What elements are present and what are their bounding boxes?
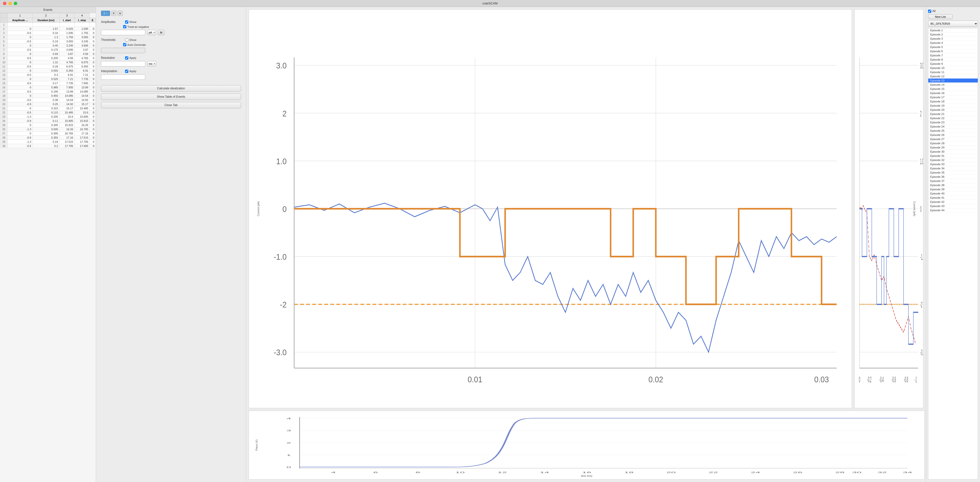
list-item[interactable]: Episode 29 [928,145,978,150]
list-item[interactable]: Episode 19 [928,103,978,108]
amplitudes-m-button[interactable]: M [158,30,164,35]
list-item[interactable]: Episode 21 [928,112,978,116]
interpolation-apply-checkbox[interactable] [125,70,128,73]
amplitudes-show-checkbox[interactable] [125,21,128,24]
amplitudes-unit-wrapper: pA [147,30,156,35]
interpolation-input[interactable]: 5 [101,74,145,80]
list-item[interactable]: Episode 3 [928,37,978,41]
resolution-apply-checkbox[interactable] [125,56,128,60]
list-item[interactable]: Episode 4 [928,41,978,45]
treat-negative-checkbox[interactable] [123,25,126,28]
table-cell: 14.54 [59,98,74,102]
list-item[interactable]: Episode 11 [928,70,978,74]
table-cell: 0 [90,81,96,86]
list-item[interactable]: Episode 40 [928,191,978,196]
show-table-events-button[interactable]: Show Table of Events [101,94,241,100]
tab-1-label: 1 [103,11,105,15]
list-item[interactable]: Episode 16 [928,91,978,95]
treat-negative-label[interactable]: Treat as negative [123,25,149,28]
table-cell: 3.87 [59,52,74,56]
resolution-apply-checkbox-label[interactable]: Apply [125,56,137,60]
list-item[interactable]: Episode 41 [928,196,978,200]
list-item[interactable]: Episode 24 [928,124,978,129]
table-cell: 7.735 [74,77,89,81]
all-episodes-checkbox[interactable] [928,10,931,13]
list-item[interactable]: Episode 32 [928,158,978,162]
controls-panel: 1 × × + Amplitudes Show Tre [96,7,246,482]
close-tab-button[interactable]: Close Tab [101,102,241,108]
table-cell: 16.765 [59,132,74,136]
table-cell: 0.38 [32,98,59,102]
table-cell: 13.89 [74,86,89,90]
list-item[interactable]: Episode 14 [928,83,978,87]
list-item[interactable]: Episode 5 [928,45,978,49]
svg-text:3: 3 [286,429,291,432]
list-item[interactable]: Episode 36 [928,175,978,179]
auto-generate-checkbox[interactable] [123,43,126,46]
tab-1-button[interactable]: 1 × [101,11,110,16]
table-row: 28-0.90.35517.1617.5150 [0,136,96,140]
list-item[interactable]: Episode 6 [928,49,978,53]
list-item[interactable]: Episode 34 [928,166,978,170]
list-item[interactable]: Episode 20 [928,108,978,112]
list-item[interactable]: Episode 23 [928,120,978,124]
amplitudes-input[interactable]: 0.5 .9 1.3 1.9 [101,30,145,35]
list-item[interactable]: Episode 30 [928,150,978,154]
close-window-button[interactable] [3,2,6,5]
calculate-idealization-button[interactable]: Calculate idealization [101,85,241,92]
events-table: 1 2 3 4 Amplitude ... Duration [ms] t_st… [0,13,96,148]
minimize-window-button[interactable] [8,2,12,5]
list-item[interactable]: Episode 35 [928,170,978,175]
list-item[interactable]: Episode 7 [928,53,978,57]
list-item[interactable]: Episode 10 [928,66,978,70]
list-item[interactable]: Episode 17 [928,95,978,99]
list-item[interactable]: Episode 9 [928,62,978,66]
list-item[interactable]: Episode 42 [928,200,978,204]
resolution-unit-select[interactable]: ms [147,61,156,67]
filter-select[interactable]: BC_GFILTER20 [928,21,978,27]
table-container[interactable]: 1 2 3 4 Amplitude ... Duration [ms] t_st… [0,13,96,482]
list-item[interactable]: Episode 33 [928,162,978,166]
list-item[interactable]: Episode 31 [928,154,978,158]
table-cell: 15.6 [74,111,89,115]
thresholds-input[interactable]: 0.25 0.70 1.10 1.60 [101,48,145,53]
table-cell: -1.3 [8,127,33,132]
list-item[interactable]: Episode 2 [928,32,978,37]
list-item[interactable]: Episode 12 [928,74,978,78]
tab-add-button[interactable]: + [118,11,123,16]
episode-list[interactable]: Episode 1Episode 2Episode 3Episode 4Epis… [928,28,978,480]
list-item[interactable]: Episode 26 [928,133,978,137]
list-item[interactable]: Episode 8 [928,57,978,62]
amplitudes-show-checkbox-label[interactable]: Show [125,21,137,24]
maximize-window-button[interactable] [14,2,17,5]
list-item[interactable]: Episode 28 [928,141,978,145]
list-item[interactable]: Episode 39 [928,187,978,191]
list-item[interactable]: Episode 13 [928,78,978,83]
list-item[interactable]: Episode 18 [928,99,978,103]
tab-close-button[interactable]: × [111,11,116,16]
list-item[interactable]: Episode 37 [928,179,978,183]
auto-generate-label[interactable]: Auto-Generate [123,43,146,46]
amplitudes-unit-select[interactable]: pA [147,30,156,35]
list-item[interactable]: Episode 38 [928,183,978,187]
new-list-button[interactable]: New List [928,14,953,19]
thresholds-show-checkbox-label[interactable]: Show [125,38,137,41]
list-item[interactable]: Episode 22 [928,116,978,120]
list-item[interactable]: Episode 44 [928,208,978,212]
table-cell: 1.595 [74,27,89,31]
thresholds-show-checkbox[interactable] [125,38,128,41]
table-cell: 7.905 [59,86,74,90]
list-item[interactable]: Episode 43 [928,204,978,208]
table-cell: 0 [90,73,96,77]
list-item[interactable]: Episode 27 [928,137,978,141]
events-panel: Events 1 2 3 4 Amplitude ... Duration [m… [0,7,96,482]
table-cell: 0 [90,60,96,65]
table-row: 24-0.90.1115.80515.9150 [0,119,96,123]
list-item[interactable]: Episode 15 [928,87,978,91]
interpolation-apply-checkbox-label[interactable]: Apply [125,70,137,73]
list-item[interactable]: Episode 1 [928,28,978,32]
app-title: cuteSCAM [482,2,498,5]
all-episodes-checkbox-label[interactable]: All [928,10,978,13]
resolution-input[interactable]: .1 [101,61,145,67]
list-item[interactable]: Episode 25 [928,129,978,133]
